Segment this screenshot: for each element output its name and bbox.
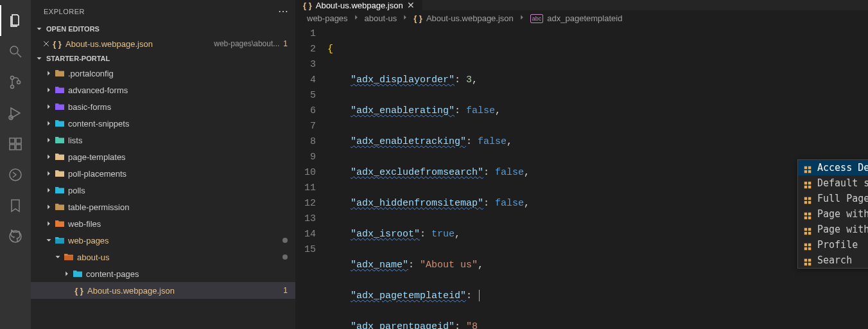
open-editors-header[interactable]: OPEN EDITORS (31, 22, 295, 35)
sidebar-folder-web-pages[interactable]: web-pages (31, 232, 295, 249)
autocomplete-popup[interactable]: Access DeniedDefault studio templateFull… (797, 159, 868, 269)
autocomplete-label: Full Page (817, 191, 868, 206)
extensions-activity-icon[interactable] (0, 129, 31, 159)
sidebar-folder--portalconfig[interactable]: .portalconfig (31, 65, 295, 82)
sidebar-folder-polls[interactable]: polls (31, 182, 295, 199)
autocomplete-item[interactable]: Default studio template (798, 175, 868, 191)
breadcrumb-item[interactable]: about-us (365, 13, 397, 23)
chevron-right-icon (44, 186, 54, 195)
autocomplete-item[interactable]: Full Page (798, 191, 868, 206)
svg-rect-13 (808, 166, 811, 169)
chevron-right-icon (44, 136, 54, 145)
sidebar-folder-table-permission[interactable]: table-permission (31, 199, 295, 215)
breadcrumb-item[interactable]: adx_pagetemplateid (547, 13, 622, 23)
svg-rect-37 (808, 259, 811, 262)
svg-rect-17 (808, 182, 811, 184)
power-platform-activity-icon[interactable] (0, 159, 31, 190)
chevron-right-icon (44, 69, 54, 78)
explorer-activity-icon[interactable] (0, 5, 31, 36)
open-editor-item[interactable]: { } About-us.webpage.json web-pages\abou… (31, 35, 295, 52)
svg-rect-8 (10, 145, 15, 150)
chevron-right-icon (44, 219, 54, 228)
sidebar-folder-content-pages[interactable]: content-pages (31, 265, 295, 282)
svg-rect-14 (804, 170, 807, 173)
bookmark-activity-icon[interactable] (0, 190, 31, 221)
chevron-right-icon (44, 169, 54, 178)
svg-rect-32 (804, 244, 807, 246)
modified-dot-icon (282, 254, 288, 260)
sidebar-file-about-us-json[interactable]: { } About-us.webpage.json 1 (31, 282, 295, 299)
json-file-icon: { } (303, 1, 312, 10)
folder-label: polls (68, 186, 288, 195)
enum-member-icon (803, 209, 812, 218)
folder-icon (54, 168, 65, 179)
svg-rect-22 (804, 201, 807, 204)
autocomplete-item[interactable]: Page with child links (798, 206, 868, 222)
folder-label: lists (68, 136, 288, 145)
svg-rect-31 (808, 232, 811, 235)
sidebar-folder-lists[interactable]: lists (31, 132, 295, 148)
svg-rect-16 (804, 182, 807, 184)
more-actions-icon[interactable]: ⋯ (278, 5, 289, 17)
sidebar-folder-about-us[interactable]: about-us (31, 249, 295, 265)
folder-label: about-us (77, 253, 282, 262)
svg-rect-25 (808, 213, 811, 215)
svg-rect-35 (808, 247, 811, 250)
svg-rect-18 (804, 186, 807, 188)
svg-rect-33 (808, 244, 811, 246)
chevron-right-icon (44, 119, 54, 128)
chevron-right-icon (517, 13, 526, 24)
svg-point-3 (11, 85, 14, 89)
sidebar-title: EXPLORER ⋯ (31, 0, 295, 22)
svg-rect-7 (16, 138, 21, 143)
chevron-right-icon (352, 13, 361, 24)
autocomplete-item[interactable]: Page with title (798, 222, 868, 237)
svg-rect-27 (808, 217, 811, 219)
sidebar-folder-poll-placements[interactable]: poll-placements (31, 165, 295, 182)
folder-label: content-snippets (68, 119, 288, 129)
chevron-right-icon (401, 13, 410, 24)
folder-icon (54, 202, 65, 212)
autocomplete-label: Access Denied (817, 160, 868, 175)
open-editor-badge: 1 (279, 39, 288, 48)
breadcrumb-item[interactable]: About-us.webpage.json (426, 13, 514, 23)
svg-point-0 (10, 46, 18, 54)
line-number-gutter: 123456789101112131415 (295, 26, 327, 329)
json-file-icon: { } (413, 13, 422, 23)
sidebar-folder-page-templates[interactable]: page-templates (31, 148, 295, 165)
svg-rect-9 (16, 145, 21, 150)
explorer-sidebar: EXPLORER ⋯ OPEN EDITORS { } About-us.web… (31, 0, 295, 329)
svg-rect-38 (804, 263, 807, 265)
sidebar-folder-advanced-forms[interactable]: advanced-forms (31, 82, 295, 98)
search-activity-icon[interactable] (0, 36, 31, 67)
code-content[interactable]: { "adx_displayorder": 3, "adx_enablerati… (327, 26, 868, 329)
folder-icon (54, 152, 65, 162)
svg-rect-28 (804, 228, 807, 231)
svg-rect-15 (808, 170, 811, 173)
autocomplete-item[interactable]: Profile (798, 237, 868, 253)
run-debug-activity-icon[interactable] (0, 98, 31, 129)
sidebar-folder-web-files[interactable]: web-files (31, 215, 295, 232)
chevron-right-icon (44, 202, 54, 211)
folder-label: poll-placements (68, 169, 288, 179)
close-tab-icon[interactable]: ✕ (407, 0, 415, 10)
folder-icon (54, 102, 65, 112)
activity-bar (0, 0, 31, 329)
sidebar-folder-content-snippets[interactable]: content-snippets (31, 115, 295, 132)
source-control-activity-icon[interactable] (0, 67, 31, 98)
github-activity-icon[interactable] (0, 221, 31, 252)
autocomplete-item[interactable]: Search (798, 253, 868, 268)
sidebar-folder-basic-forms[interactable]: basic-forms (31, 98, 295, 115)
code-editor[interactable]: 123456789101112131415 { "adx_displayorde… (295, 26, 868, 329)
folder-label: advanced-forms (68, 85, 288, 95)
svg-rect-20 (804, 197, 807, 200)
workspace-header[interactable]: STARTER-PORTAL (31, 52, 295, 65)
open-editor-path: web-pages\about... (214, 39, 279, 48)
close-editor-icon[interactable] (41, 40, 51, 48)
svg-point-2 (11, 76, 14, 80)
tab-bar: { } About-us.webpage.json ✕ (295, 0, 868, 10)
editor-tab[interactable]: { } About-us.webpage.json ✕ (295, 0, 423, 10)
autocomplete-item[interactable]: Access Denied (798, 160, 868, 175)
breadcrumb-item[interactable]: web-pages (307, 13, 348, 23)
chevron-right-icon (44, 85, 54, 94)
